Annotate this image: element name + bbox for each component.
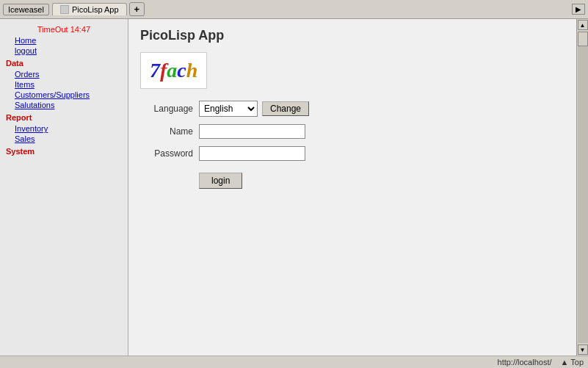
tab-scroll-right-button[interactable]: ▶ (572, 4, 585, 15)
browser-main: TimeOut 14:47 Home logout Data Orders It… (0, 19, 588, 356)
sidebar-item-sales[interactable]: Sales (0, 134, 128, 144)
sidebar-system-label: System (0, 144, 128, 157)
browser-chrome: Iceweasel PicoLisp App + ▶ (0, 0, 588, 19)
status-bar: http://localhost/ ▲ Top (0, 356, 588, 368)
name-row: Name (140, 124, 565, 139)
page-title: PicoLisp App (140, 28, 565, 43)
tab-bar: PicoLisp App + (52, 2, 569, 16)
scroll-track (578, 32, 588, 343)
sidebar-data-label: Data (0, 56, 128, 69)
sidebar-item-customers[interactable]: Customers/Suppliers (0, 90, 128, 100)
login-button[interactable]: login (199, 173, 242, 189)
content-wrapper: TimeOut 14:47 Home logout Data Orders It… (0, 19, 576, 356)
new-tab-button[interactable]: + (129, 2, 145, 16)
status-url: http://localhost/ (498, 358, 552, 367)
name-input[interactable] (199, 124, 305, 139)
logo-char-7: 7 (150, 59, 160, 82)
language-label: Language (140, 104, 199, 114)
sidebar-item-orders[interactable]: Orders (0, 69, 128, 79)
logo-char-f: f (160, 59, 167, 82)
sidebar-item-home[interactable]: Home (0, 35, 128, 46)
active-tab[interactable]: PicoLisp App (52, 3, 127, 15)
timeout-display: TimeOut 14:47 (0, 24, 128, 35)
sidebar-item-inventory[interactable]: Inventory (0, 123, 128, 134)
password-row: Password (140, 146, 565, 161)
change-language-button[interactable]: Change (262, 101, 309, 116)
name-label: Name (140, 126, 199, 137)
tab-title: PicoLisp App (72, 5, 119, 14)
sidebar-item-salutations[interactable]: Salutations (0, 100, 128, 110)
scroll-up-arrow[interactable]: ▲ (578, 20, 588, 30)
logo-char-h: h (186, 59, 198, 82)
app-logo: 7fach (140, 52, 207, 89)
password-label: Password (140, 148, 199, 159)
language-select[interactable]: English Deutsch Français (199, 101, 258, 117)
sidebar-item-logout[interactable]: logout (0, 46, 128, 56)
sidebar-report-label: Report (0, 110, 128, 123)
logo-char-a: a (167, 59, 177, 82)
scrollbar-right: ▲ ▼ (576, 19, 588, 356)
browser-menu-button[interactable]: Iceweasel (3, 4, 49, 15)
scroll-thumb[interactable] (578, 32, 588, 46)
main-content: PicoLisp App 7fach Language English Deut… (128, 19, 576, 356)
password-input[interactable] (199, 146, 305, 161)
sidebar: TimeOut 14:47 Home logout Data Orders It… (0, 19, 128, 356)
login-row: login (140, 168, 565, 189)
scroll-down-arrow[interactable]: ▼ (578, 344, 588, 355)
sidebar-item-items[interactable]: Items (0, 79, 128, 90)
language-row: Language English Deutsch Français Change (140, 101, 565, 117)
status-top-link[interactable]: ▲ Top (561, 358, 584, 367)
tab-favicon-icon (60, 5, 69, 14)
logo-char-c: c (177, 59, 186, 82)
